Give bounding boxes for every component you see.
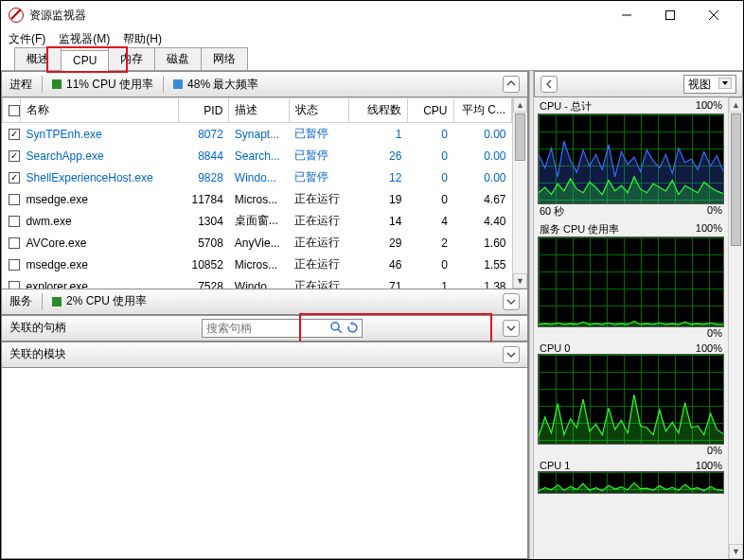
scroll-up-icon[interactable]: ▲ <box>729 97 743 113</box>
tabs-container: 概述CPU内存磁盘网络 <box>1 48 743 71</box>
table-row[interactable]: msedge.exe10852Micros...正在运行4601.55 <box>3 254 512 275</box>
row-checkbox[interactable] <box>9 129 20 140</box>
processes-title: 进程 <box>9 77 32 93</box>
menu-monitor[interactable]: 监视器(M) <box>59 31 110 47</box>
col-threads[interactable]: 线程数 <box>349 98 407 123</box>
tab-3[interactable]: 磁盘 <box>154 47 202 70</box>
table-row[interactable]: dwm.exe1304桌面窗...正在运行1444.40 <box>3 210 512 232</box>
row-checkbox[interactable] <box>9 172 20 184</box>
table-row[interactable]: msedge.exe11784Micros...正在运行1904.67 <box>3 188 512 210</box>
menu-help[interactable]: 帮助(H) <box>123 31 162 47</box>
col-pid[interactable]: PID <box>179 98 229 123</box>
view-dropdown[interactable]: 视图 <box>683 75 736 94</box>
search-icon[interactable] <box>330 321 344 336</box>
row-checkbox[interactable] <box>9 237 20 249</box>
table-row[interactable]: SearchApp.exe8844Search...已暂停2600.00 <box>3 145 512 166</box>
cell-pid: 8072 <box>179 123 229 146</box>
col-desc[interactable]: 描述 <box>229 98 290 123</box>
chart-max: 100% <box>696 342 722 354</box>
col-status[interactable]: 状态 <box>289 98 349 123</box>
section-header-services[interactable]: 服务 2% CPU 使用率 <box>1 289 528 315</box>
chart-block: CPU - 总计100%60 秒0% <box>538 99 724 219</box>
chart-foot-right: 0% <box>707 445 722 456</box>
select-all-checkbox[interactable] <box>9 105 20 116</box>
table-scrollbar[interactable]: ▲ ▼ <box>512 97 527 289</box>
chart-block: 服务 CPU 使用率100%0% <box>538 222 724 339</box>
table-row[interactable]: explorer.exe7528Windo...正在运行7111.38 <box>3 275 512 289</box>
minimize-button[interactable] <box>605 1 648 29</box>
expand-modules-button[interactable] <box>503 346 520 363</box>
chart-canvas <box>538 471 724 494</box>
col-name[interactable]: 名称 <box>21 98 179 123</box>
maximize-button[interactable] <box>648 1 692 29</box>
scroll-thumb[interactable] <box>731 114 741 246</box>
chart-foot-right: 0% <box>707 204 722 219</box>
row-checkbox[interactable] <box>9 281 20 288</box>
cell-threads: 1 <box>349 123 407 146</box>
table-row[interactable]: SynTPEnh.exe8072Synapt...已暂停100.00 <box>3 123 512 146</box>
tab-1[interactable]: CPU <box>61 50 109 70</box>
col-checkbox[interactable] <box>3 98 21 123</box>
cell-threads: 29 <box>349 232 407 254</box>
col-cpu[interactable]: CPU <box>407 98 453 123</box>
table-row[interactable]: ShellExperienceHost.exe9828Windo...已暂停12… <box>3 166 512 188</box>
refresh-icon[interactable] <box>346 321 360 336</box>
row-checkbox[interactable] <box>9 259 20 271</box>
tab-2[interactable]: 内存 <box>108 47 155 70</box>
scroll-down-icon[interactable]: ▼ <box>513 273 527 289</box>
cell-status: 正在运行 <box>289 232 349 254</box>
charts-scrollbar[interactable]: ▲ ▼ <box>728 97 743 559</box>
cell-avg: 4.67 <box>453 188 511 210</box>
row-checkbox[interactable] <box>9 194 20 205</box>
cell-status: 正在运行 <box>289 188 349 210</box>
chart-title: CPU 0 <box>540 342 570 354</box>
menu-file[interactable]: 文件(F) <box>9 31 45 47</box>
cell-status: 正在运行 <box>289 275 349 289</box>
cell-cpu: 0 <box>407 166 453 188</box>
expand-services-button[interactable] <box>503 293 520 310</box>
svg-line-5 <box>338 329 342 333</box>
cell-status: 已暂停 <box>289 145 349 166</box>
cell-pid: 1304 <box>179 210 229 232</box>
svg-marker-6 <box>350 322 353 325</box>
scroll-down-icon[interactable]: ▼ <box>729 544 743 559</box>
cell-avg: 0.00 <box>453 166 511 188</box>
cell-status: 已暂停 <box>289 166 349 188</box>
cell-name: SearchApp.exe <box>21 145 179 166</box>
scroll-up-icon[interactable]: ▲ <box>513 97 527 113</box>
collapse-processes-button[interactable] <box>503 76 520 93</box>
col-avg[interactable]: 平均 C... <box>453 98 511 123</box>
process-table: 名称 PID 描述 状态 线程数 CPU 平均 C... SynTPEnh.ex… <box>2 97 512 289</box>
expand-handles-button[interactable] <box>503 320 520 337</box>
row-checkbox[interactable] <box>9 150 20 162</box>
cell-cpu: 1 <box>407 275 453 289</box>
cell-threads: 26 <box>349 145 407 166</box>
cell-desc: Search... <box>229 145 290 166</box>
cell-name: msedge.exe <box>21 188 179 210</box>
cell-cpu: 2 <box>407 232 453 254</box>
cell-desc: Micros... <box>229 188 290 210</box>
close-button[interactable] <box>692 1 735 29</box>
cell-avg: 4.40 <box>453 210 511 232</box>
cell-name: dwm.exe <box>21 210 179 232</box>
table-row[interactable]: AVCore.exe5708AnyVie...正在运行2921.60 <box>3 232 512 254</box>
max-freq-label: 48% 最大频率 <box>187 77 258 93</box>
section-header-handles[interactable]: 关联的句柄 <box>1 315 528 341</box>
cell-desc: 桌面窗... <box>229 210 290 232</box>
tab-0[interactable]: 概述 <box>14 47 62 70</box>
cell-avg: 0.00 <box>453 123 511 146</box>
cell-pid: 9828 <box>179 166 229 188</box>
chart-title: CPU - 总计 <box>540 99 592 114</box>
tab-4[interactable]: 网络 <box>201 47 248 70</box>
scroll-thumb[interactable] <box>515 114 525 161</box>
cpu-usage-label: 11% CPU 使用率 <box>66 77 153 93</box>
cell-pid: 8844 <box>179 145 229 166</box>
chip-green-icon <box>52 79 62 89</box>
nav-back-button[interactable] <box>540 76 558 93</box>
chart-block: CPU 0100%0% <box>538 342 724 456</box>
section-header-modules[interactable]: 关联的模块 <box>1 341 528 368</box>
row-checkbox[interactable] <box>9 216 20 227</box>
handles-title: 关联的句柄 <box>9 320 66 336</box>
left-empty-area <box>1 368 528 560</box>
section-header-processes[interactable]: 进程 11% CPU 使用率 48% 最大频率 <box>1 71 528 97</box>
